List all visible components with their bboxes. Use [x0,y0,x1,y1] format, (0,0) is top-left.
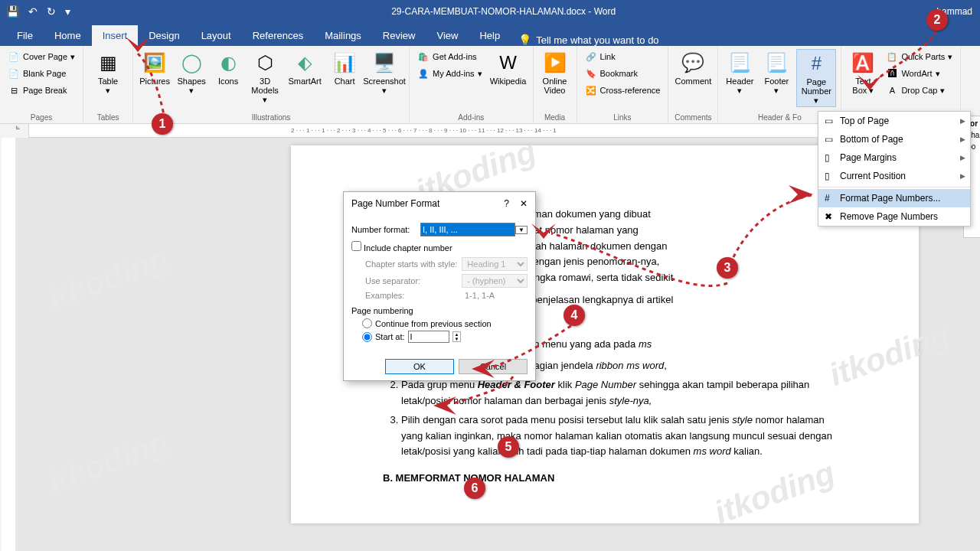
my-addins-button[interactable]: 👤My Add-ins ▾ [414,66,485,81]
3d-models-button[interactable]: ⬡3D Models ▾ [248,49,282,106]
comment-button[interactable]: 💬Comment [673,49,713,87]
window-title: 29-CARA-MEMBUAT-NOMOR-HALAMAN.docx - Wor… [70,6,936,17]
group-addins: 🛍️Get Add-ins 👤My Add-ins ▾ WWikipedia A… [410,46,533,123]
menu-remove-page-numbers[interactable]: ✖Remove Page Numbers [818,207,970,226]
callout-1: 1 [152,113,173,135]
bulb-icon: 💡 [518,34,531,46]
dialog-title: Page Number Format [351,198,439,209]
page-number-menu: ▭Top of Page▶ ▭Bottom of Page▶ ▯Page Mar… [818,111,971,227]
arrow-icon [530,222,556,243]
bookmark-button[interactable]: 🔖Bookmark [582,66,664,81]
smartart-button[interactable]: ⬖SmartArt [285,49,325,87]
callout-3: 3 [717,257,738,279]
quick-parts-button[interactable]: 📋Quick Parts ▾ [883,49,956,64]
link-button[interactable]: 🔗Link [582,49,664,64]
tab-home[interactable]: Home [44,25,92,46]
continue-radio[interactable] [362,318,372,328]
page-number-button[interactable]: #Page Number ▾ [796,49,836,107]
chevron-down-icon[interactable]: ▼ [515,226,528,234]
cross-reference-button[interactable]: 🔀Cross-reference [582,83,664,98]
wikipedia-button[interactable]: WWikipedia [488,49,528,87]
page-numbering-label: Page numbering [351,306,528,315]
callout-6: 6 [464,478,485,499]
vertical-ruler[interactable] [2,138,15,551]
chapter-style-select: Heading 1 [462,257,528,271]
icons-button[interactable]: ◐Icons [211,49,245,87]
arrow-icon [787,184,815,205]
group-pages: 📄Cover Page ▾ 📄Blank Page ⊟Page Break Pa… [0,46,83,123]
online-video-button[interactable]: ▶️Online Video [538,49,572,96]
tab-references[interactable]: References [242,25,314,46]
group-links: 🔗Link 🔖Bookmark 🔀Cross-reference Links [577,46,669,123]
start-at-input[interactable] [408,331,449,343]
callout-5: 5 [498,436,519,458]
tab-layout[interactable]: Layout [191,25,242,46]
get-addins-button[interactable]: 🛍️Get Add-ins [414,49,485,64]
titlebar: 💾 ↶ ↻ ▾ 29-CARA-MEMBUAT-NOMOR-HALAMAN.do… [0,0,980,23]
drop-cap-button[interactable]: ADrop Cap ▾ [883,83,956,98]
undo-icon[interactable]: ↶ [28,5,38,18]
start-at-radio[interactable] [362,332,372,342]
screenshot-button[interactable]: 🖥️Screenshot▾ [364,49,404,96]
chart-button[interactable]: 📊Chart [328,49,361,87]
arrow-icon [470,358,496,380]
blank-page-button[interactable]: 📄Blank Page [5,66,78,81]
arrow-icon [856,73,884,96]
close-icon[interactable]: ✕ [520,198,528,209]
ruler-corner: ⊾ [15,124,29,138]
menu-current-position[interactable]: ▯Current Position▶ [818,167,970,185]
menu-top-of-page[interactable]: ▭Top of Page▶ [818,112,970,130]
group-media: ▶️Online Video Media [534,46,577,123]
header-button[interactable]: 📃Header▾ [723,49,756,96]
shapes-button[interactable]: ◯Shapes▾ [175,49,208,96]
redo-icon[interactable]: ↻ [47,5,56,18]
tab-help[interactable]: Help [469,25,511,46]
list-item: Pilih dengan cara sorot pada menu posisi… [401,412,842,460]
menu-bottom-of-page[interactable]: ▭Bottom of Page▶ [818,130,970,148]
qat-customize-icon[interactable]: ▾ [65,5,70,18]
ok-button[interactable]: OK [385,359,454,374]
number-format-select[interactable]: I, II, III, ... [420,223,515,236]
footer-button[interactable]: 📃Footer▾ [760,49,793,96]
group-illustrations: 🖼️Pictures ◯Shapes▾ ◐Icons ⬡3D Models ▾ … [133,46,410,123]
menu-format-page-numbers[interactable]: #Format Page Numbers... [818,189,970,207]
callout-2: 2 [926,9,948,31]
wordart-button[interactable]: 🅰WordArt ▾ [883,66,956,81]
spinner[interactable]: ▲▼ [452,331,462,342]
tab-mailings[interactable]: Mailings [314,25,372,46]
menu-page-margins[interactable]: ▯Page Margins▶ [818,148,970,167]
tab-file[interactable]: File [6,25,44,46]
save-icon[interactable]: 💾 [6,5,19,18]
tab-review[interactable]: Review [372,25,426,46]
page-number-format-dialog: Page Number Format ? ✕ Number format: I,… [343,191,536,381]
list-item: Pada grup menu Header & Footer klik Page… [401,377,842,409]
cover-page-button[interactable]: 📄Cover Page ▾ [5,49,78,64]
tab-view[interactable]: View [426,25,469,46]
help-icon[interactable]: ? [504,198,509,209]
arrow-icon [122,34,153,58]
number-format-label: Number format: [351,225,420,234]
callout-4: 4 [564,305,585,326]
group-comments: 💬Comment Comments [668,46,718,123]
tell-me[interactable]: 💡 Tell me what you want to do [511,34,666,46]
arrow-icon [432,395,458,416]
include-chapter-checkbox[interactable] [351,241,361,251]
separator-select: - (hyphen) [462,274,528,288]
page-break-button[interactable]: ⊟Page Break [5,83,78,98]
